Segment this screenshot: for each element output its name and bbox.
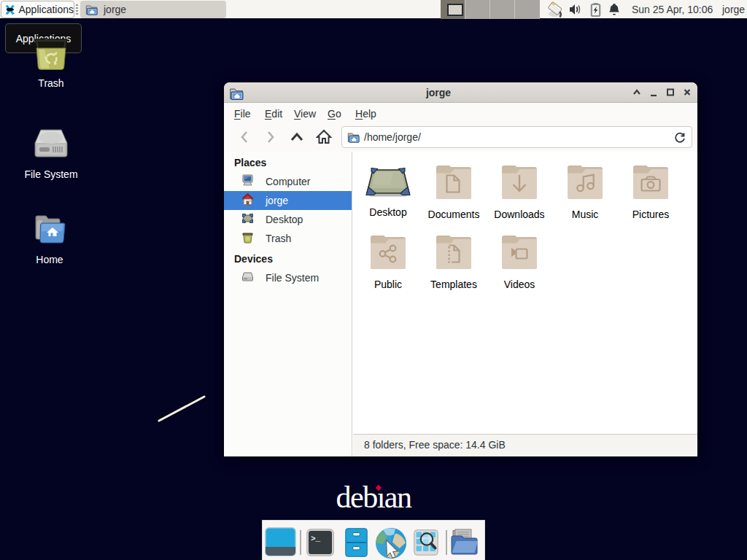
- svg-text:>_: >_: [311, 534, 321, 543]
